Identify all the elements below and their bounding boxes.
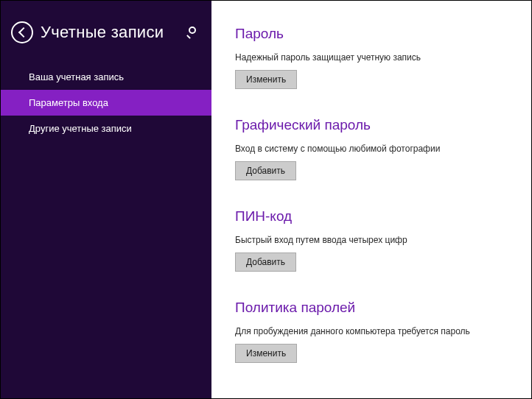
add-picture-password-button[interactable]: Добавить bbox=[235, 161, 296, 180]
section-desc: Для пробуждения данного компьютера требу… bbox=[235, 326, 508, 336]
section-desc: Вход в систему с помощью любимой фотогра… bbox=[235, 144, 508, 154]
add-pin-button[interactable]: Добавить bbox=[235, 253, 296, 272]
sidebar-title: Учетные записи bbox=[41, 23, 186, 42]
section-pin: ПИН-код Быстрый вход путем ввода четырех… bbox=[235, 208, 508, 272]
back-button[interactable] bbox=[11, 21, 33, 43]
section-desc: Быстрый вход путем ввода четырех цифр bbox=[235, 235, 508, 245]
section-title: Графический пароль bbox=[235, 117, 508, 133]
sidebar-item-label: Ваша учетная запись bbox=[29, 71, 124, 82]
sidebar-item-label: Другие учетные записи bbox=[29, 123, 132, 134]
section-desc: Надежный пароль защищает учетную запись bbox=[235, 52, 508, 63]
search-icon[interactable] bbox=[186, 27, 198, 38]
sidebar-item-other-accounts[interactable]: Другие учетные записи bbox=[1, 116, 211, 141]
section-title: ПИН-код bbox=[235, 208, 508, 225]
section-title: Политика паролей bbox=[235, 300, 508, 316]
section-password-policy: Политика паролей Для пробуждения данного… bbox=[235, 300, 508, 363]
arrow-left-icon bbox=[18, 27, 28, 38]
sidebar-nav: Ваша учетная запись Параметры входа Друг… bbox=[1, 64, 211, 141]
section-picture-password: Графический пароль Вход в систему с помо… bbox=[235, 117, 508, 180]
sidebar-item-your-account[interactable]: Ваша учетная запись bbox=[1, 64, 211, 90]
change-password-button[interactable]: Изменить bbox=[235, 70, 297, 89]
section-title: Пароль bbox=[235, 26, 508, 42]
sidebar-item-signin-options[interactable]: Параметры входа bbox=[1, 90, 211, 116]
change-policy-button[interactable]: Изменить bbox=[235, 344, 297, 363]
sidebar-item-label: Параметры входа bbox=[29, 97, 108, 108]
section-password: Пароль Надежный пароль защищает учетную … bbox=[235, 26, 508, 89]
sidebar-header: Учетные записи bbox=[1, 1, 211, 64]
sidebar: Учетные записи Ваша учетная запись Парам… bbox=[1, 1, 211, 398]
content-pane: Пароль Надежный пароль защищает учетную … bbox=[211, 1, 531, 398]
